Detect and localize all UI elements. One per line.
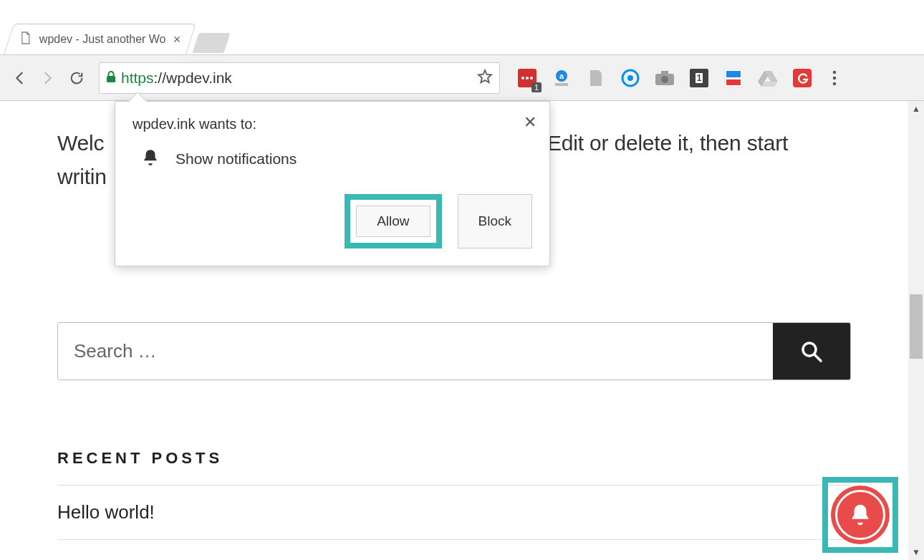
notification-permission-dialog: ✕ wpdev.ink wants to: Show notifications… [115,101,550,266]
bell-icon [141,148,160,170]
svg-rect-4 [107,76,115,82]
extension-badge-count: 1 [697,73,702,83]
permission-label: Show notifications [175,150,297,168]
extension-grammarly[interactable] [792,68,812,88]
extension-camera[interactable] [655,68,675,88]
svg-rect-16 [661,71,668,74]
svg-text:a: a [559,72,564,80]
url-rest: ://wpdev.ink [154,69,232,87]
recent-posts-list: Hello world! [57,485,851,540]
search-form [57,322,851,380]
address-bar[interactable]: https://wpdev.ink [99,62,500,94]
browser-tab[interactable]: wpdev - Just another Wo × [4,24,196,54]
svg-point-7 [526,77,529,79]
url-scheme: https [121,69,154,87]
scroll-thumb[interactable] [910,294,923,359]
svg-rect-22 [793,69,812,87]
scroll-up-icon[interactable]: ▲ [908,101,924,117]
extensions-row: 1 a 1 [517,68,812,88]
svg-point-8 [530,77,533,79]
extension-badge: 1 [531,82,542,92]
dialog-close-button[interactable]: ✕ [524,113,536,132]
extension-badge-box[interactable]: 1 [689,68,709,88]
allow-highlight: Allow [345,194,441,248]
reload-button[interactable] [64,66,89,90]
bell-icon [848,503,872,527]
recent-posts-heading: RECENT POSTS [57,449,851,468]
forward-button[interactable] [36,66,60,90]
extension-lastpass[interactable]: 1 [517,68,537,88]
svg-point-13 [627,75,633,81]
extension-drive[interactable] [758,68,778,88]
list-item[interactable]: Hello world! [57,485,851,540]
svg-point-23 [833,70,837,74]
new-tab-button[interactable] [193,33,231,53]
allow-button[interactable]: Allow [356,206,430,237]
svg-point-15 [661,76,668,83]
svg-point-6 [521,77,524,79]
onesignal-bell-widget[interactable] [822,477,898,553]
extension-target[interactable] [620,68,640,88]
svg-point-25 [833,82,837,85]
tab-title: wpdev - Just another Wo [39,33,166,46]
vertical-scrollbar[interactable]: ▲ ▼ [908,101,924,560]
svg-line-27 [814,354,821,361]
extension-evernote[interactable] [586,68,606,88]
browser-menu-button[interactable] [822,66,847,90]
tab-close-icon[interactable]: × [173,32,181,47]
page-favicon-icon [19,32,32,47]
search-button[interactable] [773,323,850,380]
scroll-down-icon[interactable]: ▼ [908,544,924,560]
svg-rect-20 [726,71,741,77]
back-button[interactable] [7,66,32,90]
tab-strip: wpdev - Just another Wo × [0,0,924,54]
svg-rect-11 [555,83,568,86]
lock-icon [105,70,117,86]
search-input[interactable] [58,323,773,380]
search-icon [799,339,824,364]
svg-rect-21 [726,79,741,85]
extension-news[interactable] [723,68,743,88]
block-button[interactable]: Block [458,194,532,248]
bookmark-star-icon[interactable] [476,68,494,88]
dialog-title: wpdev.ink wants to: [133,116,532,132]
svg-point-24 [833,76,837,79]
extension-amazon[interactable]: a [552,68,572,88]
